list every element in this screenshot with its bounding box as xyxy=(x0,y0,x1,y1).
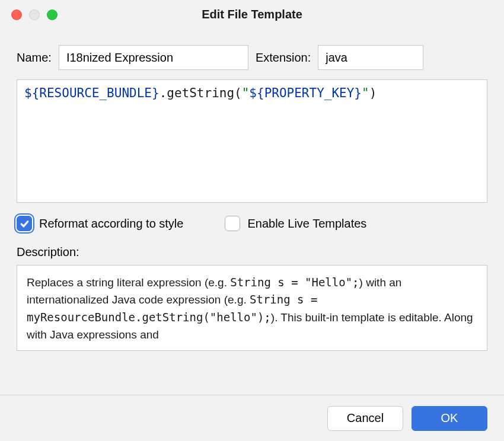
reformat-checkbox[interactable] xyxy=(17,216,32,231)
extension-label: Extension: xyxy=(256,51,311,65)
minimize-window-button[interactable] xyxy=(29,9,40,20)
description-label: Description: xyxy=(17,245,487,259)
window-title: Edit File Template xyxy=(0,8,504,21)
reformat-label: Reformat according to style xyxy=(39,217,183,231)
reformat-checkbox-group[interactable]: Reformat according to style xyxy=(17,216,183,231)
ok-button[interactable]: OK xyxy=(412,406,487,431)
checkmark-icon xyxy=(20,219,30,229)
name-extension-row: Name: Extension: xyxy=(17,45,487,70)
extension-input[interactable] xyxy=(318,45,423,70)
live-templates-checkbox-group[interactable]: Enable Live Templates xyxy=(225,216,366,231)
name-input[interactable] xyxy=(59,45,248,70)
window-controls xyxy=(11,9,58,20)
dialog-content: Name: Extension: ${RESOURCE_BUNDLE}.getS… xyxy=(0,28,504,365)
live-templates-label: Enable Live Templates xyxy=(247,217,366,231)
live-templates-checkbox[interactable] xyxy=(225,216,240,231)
options-row: Reformat according to style Enable Live … xyxy=(17,216,487,231)
zoom-window-button[interactable] xyxy=(47,9,58,20)
name-label: Name: xyxy=(17,51,52,65)
template-editor[interactable]: ${RESOURCE_BUNDLE}.getString("${PROPERTY… xyxy=(17,79,487,203)
titlebar: Edit File Template xyxy=(0,0,504,28)
close-window-button[interactable] xyxy=(11,9,22,20)
cancel-button[interactable]: Cancel xyxy=(327,406,403,431)
dialog-footer: Cancel OK xyxy=(0,395,504,441)
description-text: Replaces a string literal expression (e.… xyxy=(17,265,487,351)
